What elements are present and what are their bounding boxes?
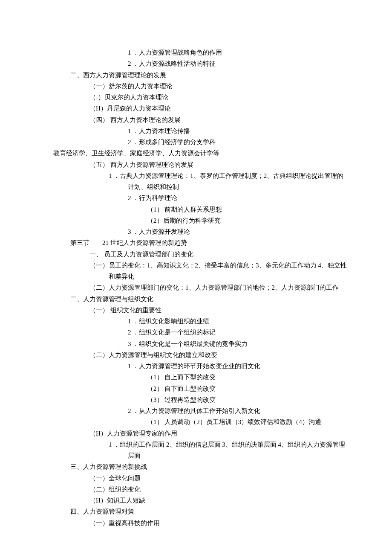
- list-item: 1 ．组织的工作层面 2、组织的信息层面 3、组织的决策层面 4、组织的人力资源…: [109, 439, 349, 462]
- list-item: （二）人力资源管理部门的变化：1、人力资源管理部门的地位；2、人力资源部门的工作: [89, 282, 349, 293]
- list-item: （1） 前期的人群关系思想: [147, 204, 349, 215]
- list-item: 3 ．组织文化是一个组织最关键的竞争实力: [128, 338, 349, 349]
- list-item: （一）全球化问题: [89, 473, 349, 484]
- list-item: 1 ．人力资源管理战略角色的作用: [128, 47, 349, 58]
- list-item: （二）组织的变化: [89, 484, 349, 495]
- body-text: 教育经济学、卫生经济学、家庭经济学、人力资源会计学等: [53, 148, 349, 159]
- list-item: 3 ．人力资源开发理论: [128, 226, 349, 237]
- list-item: 1 ．组织文化影响组织的业绩: [128, 316, 349, 327]
- heading-level-2: 三、人力资源管理的新挑战: [70, 461, 349, 472]
- list-item: 1 ．人力资源管理的环节开始改变企业的旧文化: [128, 360, 349, 372]
- heading-level-2: 四、人力资源管理对策: [70, 506, 349, 517]
- section-title: 21 世纪人力资源管理的新趋势: [102, 239, 187, 246]
- list-item: 2 ．行为科学理论: [128, 192, 349, 203]
- list-item: 1 ．人力资本理论传播: [128, 125, 349, 137]
- list-item: （H）丹尼森的人力资本理论: [89, 103, 349, 114]
- list-item: （1） 自上而下型的改变: [147, 372, 349, 383]
- list-item: （-）贝克尔的人力资本理论: [89, 92, 349, 103]
- list-item: 2 ．从人力资源管理的具体工作开始引入新文化: [128, 405, 349, 416]
- list-item: （2）后期的行为科学研究: [147, 215, 349, 226]
- list-item: 2 ．人力资源战略性活动的特征: [128, 58, 349, 69]
- section-number: 第三节: [70, 239, 89, 246]
- list-item: （一）员工的变化：1、高知识文化；2、接受丰富的信息；3、多元化的工作动力 4、…: [89, 260, 349, 282]
- list-item: （二）人力资源管理与组织文化的建立和改变: [89, 349, 349, 360]
- list-item: （1） 人员调动（2）员工培训（3）绩效评估和激励（4）沟通: [147, 416, 349, 427]
- list-item: 2 ．组织文化是一个组织的标记: [128, 327, 349, 338]
- section-heading: 第三节21 世纪人力资源管理的新趋势: [70, 237, 349, 248]
- document-page: 1 ．人力资源管理战略角色的作用 2 ．人力资源战略性活动的特征 二、西方人力资…: [0, 0, 392, 554]
- list-item: （2） 自下而上型的改变: [147, 383, 349, 394]
- list-item: （H）人力资源管理专家的作用: [89, 428, 349, 439]
- list-item: （一）舒尔茨的人力资本理论: [89, 81, 349, 92]
- list-item: 1 ．古典人力资源管理理论：1、泰罗的工作管理制度；2、古典组织理论提出管理的计…: [109, 170, 349, 193]
- list-item: （一） 组织文化的重要性: [89, 305, 349, 316]
- list-item: （一）重视高科技的作用: [89, 517, 349, 529]
- list-item: （H）知识工人短缺: [89, 495, 349, 506]
- list-item: （五） 西方人力资源管理理论的发展: [89, 159, 349, 170]
- heading-level-2: 二、人力资源管理与组织文化: [70, 293, 349, 305]
- list-item: 2 ．形成多门经济学的分支学科: [128, 137, 349, 148]
- list-item: （四） 西方人力资本理论的发展: [89, 114, 349, 125]
- heading-level-2: 二、西方人力资源管理理论的发展: [70, 70, 349, 81]
- list-item: （3） 过程再造型的改变: [147, 394, 349, 405]
- heading-level-2: 一、 员工及人力资源管理部门的变化: [89, 249, 349, 260]
